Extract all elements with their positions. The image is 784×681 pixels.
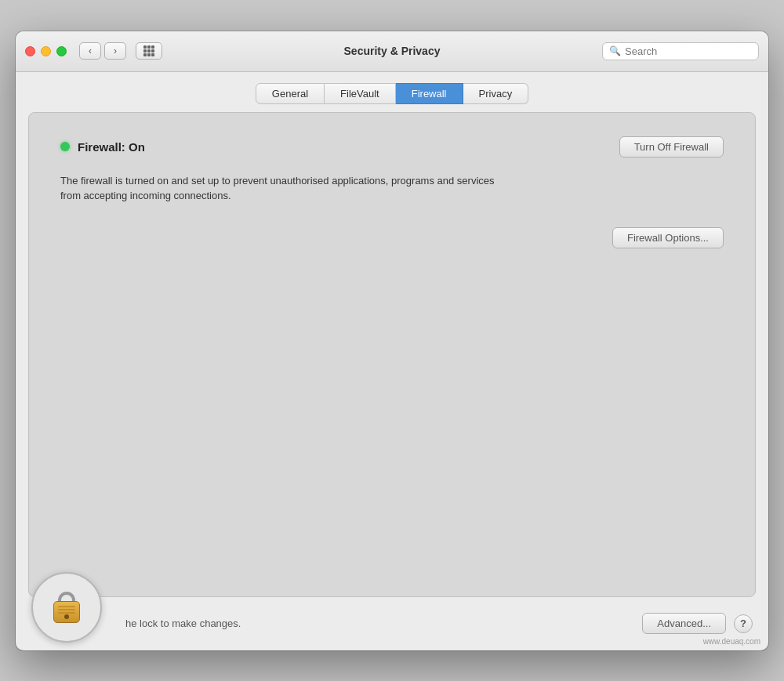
main-window: ‹ › Security & Privacy 🔍 General FileVau… bbox=[16, 31, 768, 650]
firewall-description: The firewall is turned on and set up to … bbox=[60, 173, 515, 204]
status-dot bbox=[60, 142, 70, 151]
grid-icon bbox=[143, 45, 154, 56]
forward-button[interactable]: › bbox=[104, 42, 126, 60]
traffic-lights bbox=[25, 46, 67, 56]
firewall-status-label: Firewall: On bbox=[78, 140, 145, 154]
lock-button[interactable] bbox=[31, 572, 102, 643]
nav-buttons: ‹ › bbox=[79, 42, 126, 60]
status-left: Firewall: On bbox=[60, 140, 145, 154]
minimize-button[interactable] bbox=[41, 46, 51, 56]
options-row: Firewall Options... bbox=[60, 227, 724, 248]
tab-filevault[interactable]: FileVault bbox=[325, 83, 396, 104]
titlebar: ‹ › Security & Privacy 🔍 bbox=[16, 31, 768, 72]
lock-text: he lock to make changes. bbox=[125, 618, 241, 629]
padlock-body bbox=[53, 601, 80, 623]
search-box[interactable]: 🔍 bbox=[602, 42, 759, 60]
close-button[interactable] bbox=[25, 46, 35, 56]
padlock-icon bbox=[53, 592, 80, 623]
padlock-lines bbox=[58, 606, 75, 615]
window-title: Security & Privacy bbox=[344, 45, 441, 57]
tab-firewall[interactable]: Firewall bbox=[396, 83, 463, 104]
firewall-options-button[interactable]: Firewall Options... bbox=[612, 227, 724, 248]
tab-privacy[interactable]: Privacy bbox=[463, 83, 529, 104]
firewall-status-row: Firewall: On Turn Off Firewall bbox=[60, 136, 724, 158]
search-icon: 🔍 bbox=[609, 45, 621, 56]
tabs-bar: General FileVault Firewall Privacy bbox=[16, 72, 768, 112]
watermark: www.deuaq.com bbox=[703, 637, 760, 646]
content-area: Firewall: On Turn Off Firewall The firew… bbox=[28, 112, 756, 597]
grid-view-button[interactable] bbox=[136, 42, 162, 60]
help-button[interactable]: ? bbox=[734, 614, 753, 633]
maximize-button[interactable] bbox=[56, 46, 67, 56]
advanced-button[interactable]: Advanced... bbox=[642, 613, 726, 634]
bottom-bar: he lock to make changes. Advanced... ? bbox=[16, 597, 768, 650]
turn-off-firewall-button[interactable]: Turn Off Firewall bbox=[619, 136, 724, 158]
tab-general[interactable]: General bbox=[256, 83, 325, 104]
search-input[interactable] bbox=[625, 45, 752, 57]
bottom-buttons: Advanced... ? bbox=[642, 613, 753, 634]
back-button[interactable]: ‹ bbox=[79, 42, 101, 60]
